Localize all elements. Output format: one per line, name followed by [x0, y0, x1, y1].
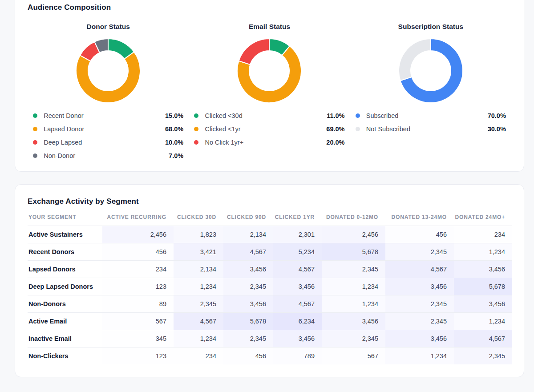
value-cell: 3,456 [454, 295, 512, 313]
value-cell: 123 [102, 278, 174, 295]
column-header-active-recurring: ACTIVE RECURRING [102, 214, 174, 226]
segment-cell: Non-Donors [28, 295, 102, 313]
legend-color-dot [33, 140, 37, 145]
value-cell: 234 [174, 348, 223, 365]
table-row-inactive-email: Inactive Email3451,2342,3453,4562,3453,4… [28, 330, 512, 348]
table-row-active-email: Active Email5674,5675,6786,2343,4562,345… [28, 313, 512, 330]
value-cell: 1,234 [454, 243, 512, 261]
value-cell: 2,345 [322, 330, 385, 348]
value-cell: 3,456 [223, 261, 273, 278]
donut-charts-row: Donor StatusRecent Donor15.0%Lapsed Dono… [28, 12, 511, 162]
donut-chart-email-status [237, 38, 302, 103]
segment-cell: Inactive Email [28, 330, 102, 348]
legend-label: Subscribed [366, 112, 488, 119]
table-row-deep-lapsed-donors: Deep Lapsed Donors1231,2342,3453,4561,23… [28, 278, 512, 295]
legend-value: 7.0% [169, 152, 183, 159]
value-cell: 1,234 [174, 330, 223, 348]
chart-title: Donor Status [87, 23, 130, 31]
legend-item-non-donor: Non-Donor7.0% [33, 149, 183, 162]
legend-value: 68.0% [165, 125, 183, 133]
value-cell: 1,234 [174, 278, 223, 295]
segment-activity-table: YOUR SEGMENTACTIVE RECURRINGCLICKED 30DC… [28, 214, 512, 364]
value-cell: 1,234 [454, 313, 512, 330]
value-cell: 3,421 [174, 243, 223, 261]
legend-item-deep-lapsed: Deep Lapsed10.0% [33, 136, 183, 149]
value-cell: 1,234 [322, 278, 385, 295]
chart-legend: Recent Donor15.0%Lapsed Donor68.0%Deep L… [33, 109, 183, 162]
value-cell: 2,345 [223, 278, 273, 295]
legend-color-dot [194, 113, 198, 118]
value-cell: 234 [454, 226, 512, 243]
value-cell: 2,345 [454, 348, 512, 365]
value-cell: 4,567 [174, 313, 223, 330]
legend-item-not-subscribed: Not Subscribed30.0% [356, 122, 506, 136]
legend-label: Clicked <1yr [205, 125, 326, 133]
chart-title: Subscription Status [398, 23, 463, 31]
value-cell: 2,345 [223, 330, 273, 348]
table-row-recent-donors: Recent Donors4563,4214,5675,2345,6782,34… [28, 243, 512, 261]
value-cell: 3,456 [223, 295, 273, 313]
legend-item-no-click-1yr: No Click 1yr+20.0% [194, 136, 344, 149]
audience-composition-card: Audience Composition Donor StatusRecent … [15, 0, 524, 172]
value-cell: 456 [102, 243, 174, 261]
value-cell: 5,678 [322, 243, 385, 261]
column-header-clicked-90d: CLICKED 90D [223, 214, 273, 226]
value-cell: 456 [223, 348, 273, 365]
value-cell: 2,134 [223, 226, 273, 243]
legend-item-clicked-1yr: Clicked <1yr69.0% [194, 122, 344, 136]
column-header-clicked-30d: CLICKED 30D [174, 214, 223, 226]
table-row-non-donors: Non-Donors892,3453,4564,5671,2342,3453,4… [28, 295, 512, 313]
donut-chart-donor-status [76, 38, 141, 103]
value-cell: 1,823 [174, 226, 223, 243]
value-cell: 567 [322, 348, 385, 365]
value-cell: 123 [102, 348, 174, 365]
value-cell: 5,234 [273, 243, 322, 261]
value-cell: 4,567 [223, 243, 273, 261]
legend-label: Lapsed Donor [44, 125, 165, 133]
segment-cell: Active Sustainers [28, 226, 102, 243]
donut-slice-not-subscribed[interactable] [399, 39, 431, 81]
legend-color-dot [33, 127, 37, 131]
card-title-audience-composition: Audience Composition [28, 3, 511, 12]
donut-chart-group-subscription-status: Subscription StatusSubscribed70.0%Not Su… [350, 12, 511, 162]
column-header-donated-24mo: DONATED 24MO+ [454, 214, 512, 226]
legend-color-dot [194, 127, 198, 131]
legend-color-dot [33, 113, 37, 118]
chart-title: Email Status [249, 23, 290, 31]
value-cell: 5,678 [223, 313, 273, 330]
legend-color-dot [33, 154, 37, 158]
donut-slice-no-click-1yr[interactable] [239, 39, 269, 65]
legend-color-dot [194, 140, 198, 145]
value-cell: 234 [102, 261, 174, 278]
donut-chart-group-donor-status: Donor StatusRecent Donor15.0%Lapsed Dono… [28, 12, 189, 162]
legend-value: 20.0% [326, 139, 344, 146]
column-header-your-segment: YOUR SEGMENT [28, 214, 102, 226]
value-cell: 1,234 [322, 295, 385, 313]
donut-slice-lapsed-donor[interactable] [76, 52, 140, 103]
value-cell: 567 [102, 313, 174, 330]
value-cell: 3,456 [273, 330, 322, 348]
segment-cell: Recent Donors [28, 243, 102, 261]
chart-legend: Subscribed70.0%Not Subscribed30.0% [356, 109, 506, 136]
value-cell: 4,567 [273, 295, 322, 313]
legend-value: 30.0% [488, 125, 506, 133]
value-cell: 2,345 [385, 313, 454, 330]
value-cell: 2,134 [174, 261, 223, 278]
legend-value: 15.0% [165, 112, 183, 119]
segment-cell: Deep Lapsed Donors [28, 278, 102, 295]
segment-cell: Lapsed Donors [28, 261, 102, 278]
value-cell: 2,345 [174, 295, 223, 313]
legend-label: No Click 1yr+ [205, 139, 326, 146]
value-cell: 4,567 [385, 261, 454, 278]
segment-cell: Active Email [28, 313, 102, 330]
donut-chart-group-email-status: Email StatusClicked <30d11.0%Clicked <1y… [189, 12, 350, 162]
segment-cell: Non-Clickers [28, 348, 102, 365]
value-cell: 456 [385, 226, 454, 243]
legend-value: 10.0% [165, 139, 183, 146]
legend-item-clicked-30d: Clicked <30d11.0% [194, 109, 344, 122]
value-cell: 2,345 [385, 295, 454, 313]
legend-label: Not Subscribed [366, 125, 488, 133]
value-cell: 1,234 [385, 348, 454, 365]
legend-label: Deep Lapsed [44, 139, 165, 146]
value-cell: 4,567 [454, 330, 512, 348]
